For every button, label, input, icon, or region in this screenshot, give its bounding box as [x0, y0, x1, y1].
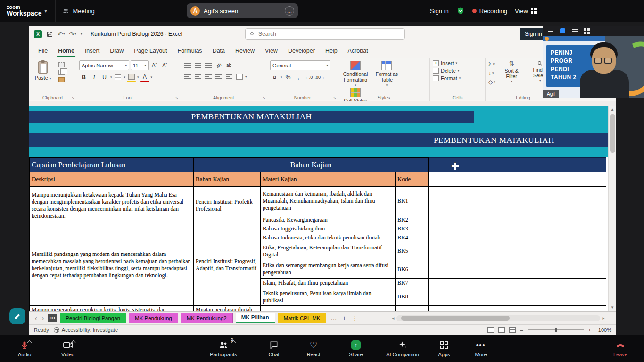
- cell-kode-bk8[interactable]: BK8: [396, 288, 429, 306]
- more-button[interactable]: ••• More: [467, 337, 495, 359]
- cell-deskripsi-2[interactable]: Memiliki pandangan yang modern dan mence…: [30, 224, 194, 306]
- cell-materi-bk5[interactable]: Etika, Pengetahuan, Keterampilan dan Tra…: [261, 242, 396, 260]
- sheet-tab-mk-pendukung[interactable]: MK Pendukung: [129, 313, 178, 323]
- tab-review[interactable]: Review: [230, 44, 260, 58]
- scroll-down-icon[interactable]: ▼: [609, 304, 616, 311]
- paste-button[interactable]: Paste ▾: [32, 60, 54, 81]
- workspace-chevron-icon[interactable]: ▾: [44, 8, 47, 14]
- sheet-nav-left-icon[interactable]: ‹: [34, 314, 38, 322]
- scroll-right-icon[interactable]: ►: [602, 316, 605, 321]
- increase-decimal-icon[interactable]: ←.0: [305, 73, 314, 82]
- cell-kode-bk5[interactable]: BK5: [396, 242, 429, 260]
- security-shield-icon[interactable]: [456, 7, 465, 15]
- office-sign-in-button[interactable]: Sign in: [520, 28, 545, 40]
- annotation-button[interactable]: [9, 308, 25, 324]
- scroll-up-icon[interactable]: ▲: [609, 106, 616, 113]
- tab-insert[interactable]: Insert: [80, 44, 105, 58]
- cell-materi-bk7[interactable]: Islam, Filsafat, dan Ilmu pengetahuan: [261, 279, 396, 288]
- wrap-text-icon[interactable]: ab: [224, 60, 233, 70]
- share-button[interactable]: ↑ Share: [340, 337, 372, 359]
- font-color-chevron-icon[interactable]: ▾: [151, 75, 153, 79]
- sort-filter-button[interactable]: ⇅ Sort & Filter ▾: [499, 60, 524, 83]
- cell-materi-bk1[interactable]: Kemanusiaan dan keimanan, Ibadah, akhlak…: [261, 187, 396, 215]
- accounting-format-icon[interactable]: ¤: [270, 73, 279, 82]
- bold-icon[interactable]: B: [79, 73, 88, 82]
- format-cells-button[interactable]: Format ▾: [433, 75, 482, 81]
- cell-bahan-2[interactable]: Penciri Institusi: Progresif, Adaptif, d…: [194, 224, 261, 306]
- tab-page-layout[interactable]: Page Layout: [129, 44, 172, 58]
- copy-icon[interactable]: [58, 70, 65, 75]
- apps-button[interactable]: Apps: [430, 337, 458, 359]
- clipboard-dialog-launcher-icon[interactable]: ↘: [71, 96, 74, 100]
- cell-deskripsi-1[interactable]: Mampu menunjukkan ketakwaan kepada Tuhan…: [30, 187, 194, 224]
- page-layout-view-icon[interactable]: [498, 327, 505, 333]
- scroll-left-icon[interactable]: ◄: [391, 316, 395, 321]
- ai-companion-button[interactable]: AI Companion: [380, 337, 425, 359]
- tab-developer[interactable]: Developer: [283, 44, 320, 58]
- comma-style-icon[interactable]: ,: [294, 73, 303, 82]
- search-input[interactable]: [258, 31, 381, 37]
- tab-agils-screen[interactable]: A Agil's screen …: [187, 3, 298, 18]
- view-button[interactable]: View: [515, 8, 537, 15]
- vertical-scroll-thumb[interactable]: [610, 114, 615, 153]
- cell-kode-bk4[interactable]: BK4: [396, 233, 429, 242]
- sheet-list-button[interactable]: •••: [48, 314, 57, 322]
- participants-button[interactable]: 9 Participants: [202, 337, 245, 359]
- conditional-formatting-button[interactable]: Conditional Formatting ▾: [341, 60, 370, 87]
- percent-style-icon[interactable]: %: [284, 73, 293, 82]
- clear-button[interactable]: ◇▾: [488, 78, 495, 86]
- borders-chevron-icon[interactable]: ▾: [124, 75, 126, 79]
- cut-icon[interactable]: [58, 62, 65, 67]
- sheet-tab-penciri-biologi-pangan[interactable]: Penciri Biologi Pangan: [60, 313, 126, 323]
- cell-bahan-1[interactable]: Penciri Institusi: Profetik Profesional: [194, 187, 261, 224]
- sheet-nav-right-icon[interactable]: ›: [41, 314, 45, 322]
- format-as-table-button[interactable]: Format as Table ▾: [372, 60, 401, 87]
- zoom-workspace-logo[interactable]: zoom Workspace: [0, 5, 44, 17]
- cell-materi-bk6[interactable]: Etika dan semangat membangun kerja sama …: [261, 260, 396, 279]
- merge-center-icon[interactable]: [235, 72, 244, 82]
- cell-kode-bk3[interactable]: BK3: [396, 224, 429, 233]
- format-painter-icon[interactable]: [58, 77, 65, 82]
- new-sheet-icon[interactable]: +: [341, 314, 347, 321]
- zoom-in-icon[interactable]: +: [588, 327, 591, 333]
- recording-indicator[interactable]: Recording: [472, 8, 507, 15]
- horizontal-scroll-thumb[interactable]: [401, 316, 510, 321]
- decrease-indent-icon[interactable]: [214, 72, 223, 82]
- increase-font-icon[interactable]: Aˆ: [150, 61, 159, 70]
- gallery-view-icon[interactable]: [584, 28, 590, 34]
- zoom-out-icon[interactable]: –: [520, 327, 523, 333]
- alignment-dialog-launcher-icon[interactable]: ↘: [262, 96, 265, 100]
- sheet-tab-matrik-cpl-mk[interactable]: Matrik CPL-MK: [278, 313, 327, 323]
- sign-in-link[interactable]: Sign in: [430, 8, 449, 15]
- insert-cells-button[interactable]: + Insert ▾: [433, 60, 482, 66]
- accessibility-checker[interactable]: Accessibility: Investigate: [54, 327, 118, 333]
- fill-color-chevron-icon[interactable]: ▾: [137, 75, 139, 79]
- tab-acrobat[interactable]: Acrobat: [343, 44, 373, 58]
- font-color-icon[interactable]: A: [140, 73, 149, 82]
- zoom-slider-thumb[interactable]: [555, 328, 557, 332]
- redo-button[interactable]: ↷▾: [69, 31, 76, 38]
- speaker-view-icon[interactable]: [560, 28, 565, 33]
- increase-indent-icon[interactable]: [224, 72, 233, 82]
- delete-cells-button[interactable]: – Delete ▾: [433, 68, 482, 74]
- customize-qat-icon[interactable]: ▾: [81, 32, 83, 36]
- align-left-icon[interactable]: [183, 72, 192, 82]
- cell-kode-bk2[interactable]: BK2: [396, 215, 429, 224]
- cell-materi-bk8[interactable]: Teknik penelusuran, Penulisan karya ilmi…: [261, 288, 396, 306]
- leave-button[interactable]: Leave: [605, 337, 636, 359]
- zoom-slider[interactable]: [528, 329, 584, 330]
- save-icon[interactable]: [46, 31, 53, 38]
- audio-button[interactable]: Audio: [8, 337, 41, 359]
- webcam-video-agil[interactable]: PENINJ PROGR PENDI TAHUN 2 Agil: [543, 36, 644, 98]
- merge-chevron-icon[interactable]: ▾: [245, 75, 247, 79]
- align-bottom-icon[interactable]: [204, 60, 213, 70]
- cell-materi-bk2[interactable]: Pancasila, Kewarganegaraan: [261, 215, 396, 224]
- accounting-chevron-icon[interactable]: ▾: [281, 75, 282, 79]
- fill-color-icon[interactable]: [127, 73, 136, 82]
- align-middle-icon[interactable]: [193, 60, 202, 70]
- tab-draw[interactable]: Draw: [105, 44, 129, 58]
- cell-kode-bk6[interactable]: BK6: [396, 260, 429, 279]
- font-size-select[interactable]: 11▾: [131, 60, 149, 70]
- align-right-icon[interactable]: [204, 72, 213, 82]
- font-name-select[interactable]: Aptos Narrow▾: [79, 60, 129, 70]
